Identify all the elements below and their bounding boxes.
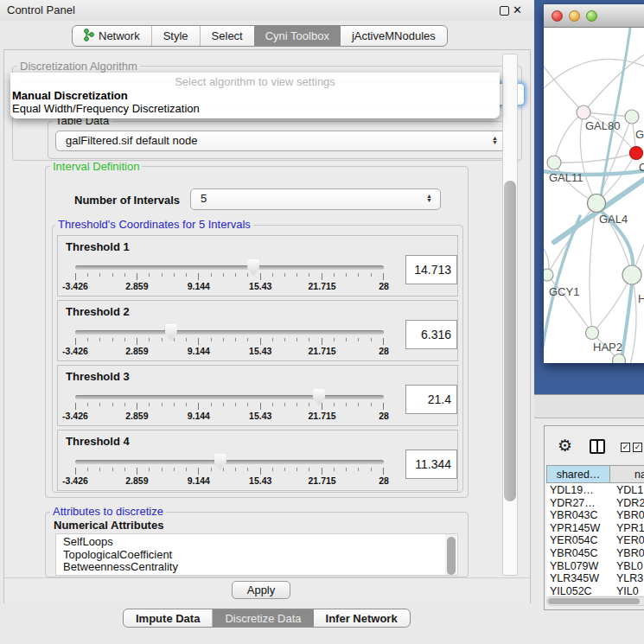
list-item[interactable]: SelfLoops [63, 536, 457, 549]
tab-select[interactable]: Select [201, 26, 254, 46]
checkbox-icon[interactable]: ✓ [633, 443, 642, 452]
column-view-icon[interactable] [590, 439, 605, 454]
float-window-icon[interactable] [500, 6, 509, 16]
cell: YLR3 [610, 572, 644, 585]
table-row[interactable]: YER054C YER0 [546, 534, 644, 547]
cell: YBR043C [546, 509, 610, 522]
threshold-value-field[interactable]: 21.4 [405, 385, 457, 414]
threshold-slider-track[interactable] [75, 330, 384, 335]
number-of-intervals-select[interactable]: ▲▼ [190, 188, 441, 210]
desktop-background: GAL80 G C GAL11 GAL4 GCY1 H HAP2 [534, 0, 644, 394]
threshold-value-field[interactable]: 14.713 [405, 255, 457, 284]
close-icon[interactable]: ✕ [513, 3, 522, 16]
node-label: G [635, 128, 644, 141]
dropdown-option-equal-width-frequency[interactable]: Equal Width/Frequency Discretization [12, 102, 200, 115]
list-item[interactable]: TopologicalCoefficient [63, 549, 457, 562]
table-panel-titlebar: Table Panel [534, 394, 644, 418]
list-item[interactable]: BetweennessCentrality [63, 561, 457, 574]
node-table: shared… na YDL19… YDL1 YDR27… YDR2 YBR04… [546, 465, 644, 596]
cell: YBL079W [546, 560, 610, 573]
cell: YBL0 [610, 560, 644, 573]
threshold-value-field[interactable]: 11.344 [405, 450, 457, 479]
threshold-label: Threshold 2 [66, 305, 130, 318]
table-row[interactable]: YBR045C YBR0 [546, 547, 644, 560]
tab-impute-data[interactable]: Impute Data [124, 609, 213, 627]
node-label: GAL80 [585, 119, 620, 132]
table-hscrollbar-thumb[interactable] [548, 598, 640, 604]
tick-label: 21.715 [309, 346, 336, 356]
network-window-titlebar [544, 4, 644, 28]
dropdown-option-manual-discretization[interactable]: Manual Discretization [12, 89, 128, 102]
tick-label: 9.144 [188, 346, 210, 356]
threshold-slider-track[interactable] [75, 265, 384, 270]
threshold-slider-track[interactable] [75, 460, 384, 464]
tab-cyni-toolbox[interactable]: Cyni Toolbox [254, 26, 341, 46]
attributes-group-title: Attributes to discretize [50, 506, 166, 518]
tab-network[interactable]: Network [73, 26, 152, 46]
network-canvas[interactable]: GAL80 G C GAL11 GAL4 GCY1 H HAP2 [544, 28, 644, 363]
node-label: GAL4 [599, 213, 628, 226]
thresholds-group-title: Threshold's Coordinates for 5 Intervals [55, 219, 253, 231]
column-header-name[interactable]: na [610, 465, 644, 483]
tick-label: 15.43 [249, 346, 271, 356]
close-traffic-light[interactable] [552, 10, 563, 22]
cell: YDL19… [546, 484, 610, 497]
tab-label: Cyni Toolbox [265, 29, 329, 42]
slider-ticks [75, 273, 384, 281]
column-header-shared-name[interactable]: shared… [546, 465, 610, 483]
threshold-4-panel: Threshold 4 -3.426 2.859 9.144 15.43 21.… [57, 430, 458, 491]
cell: YBR0 [610, 547, 644, 560]
right-region: GAL80 G C GAL11 GAL4 GCY1 H HAP2 Table P… [534, 0, 644, 644]
zoom-traffic-light[interactable] [586, 10, 597, 22]
tab-infer-network[interactable]: Infer Network [314, 609, 410, 627]
tick-label: 2.859 [125, 281, 148, 291]
tick-label: 15.43 [249, 281, 271, 291]
table-row[interactable]: YDL19… YDL1 [546, 484, 644, 497]
tab-label: Discretize Data [225, 612, 301, 625]
minimize-traffic-light[interactable] [569, 10, 580, 22]
table-row[interactable]: YLR345W YLR3 [546, 572, 644, 585]
apply-button[interactable]: Apply [232, 581, 290, 599]
tab-style[interactable]: Style [152, 26, 201, 46]
tab-discretize-data[interactable]: Discretize Data [213, 609, 313, 627]
numerical-attributes-label: Numerical Attributes [54, 519, 163, 532]
slider-ticks [75, 338, 384, 346]
table-row[interactable]: YIL052C YIL0 [546, 585, 644, 596]
tick-label: 21.715 [309, 411, 336, 421]
threshold-slider-track[interactable] [75, 395, 384, 399]
threshold-label: Threshold 1 [66, 240, 130, 253]
control-panel-titlebar: Control Panel ✕ [0, 0, 534, 21]
node-label: GAL11 [549, 171, 583, 184]
tab-jactivemnodules[interactable]: jActiveMNodules [341, 26, 447, 46]
tick-label: -3.426 [62, 346, 88, 356]
tick-label: 9.144 [188, 281, 210, 291]
tick-label: 15.43 [249, 411, 271, 421]
table-row[interactable]: YBL079W YBL0 [546, 560, 644, 573]
cell: YPR145W [546, 522, 610, 535]
combo-stepper-icon: ▲▼ [492, 136, 498, 144]
tick-label: 2.859 [125, 346, 148, 356]
table-data-selected-value: galFiltered.sif default node [66, 134, 197, 147]
table-row[interactable]: YBR043C YBR0 [546, 509, 644, 522]
threshold-value-field[interactable]: 6.316 [405, 320, 457, 349]
slider-scale-labels: -3.426 2.859 9.144 15.43 21.715 28 [75, 281, 384, 291]
table-header-row: shared… na [546, 465, 644, 483]
top-tab-bar: Network Style Select Cyni Toolbox jActiv… [72, 25, 448, 47]
tick-label: 2.859 [125, 475, 148, 486]
tick-label: 2.859 [125, 411, 148, 421]
gear-icon[interactable]: ⚙ [558, 437, 572, 454]
list-scrollbar-thumb[interactable] [447, 537, 456, 575]
network-icon [84, 29, 94, 44]
panel-title: Control Panel [7, 3, 75, 16]
numerical-attributes-list: SelfLoops TopologicalCoefficient Between… [55, 533, 458, 576]
table-row[interactable]: YDR27… YDR2 [546, 497, 644, 510]
number-of-intervals-value: 5 [201, 192, 207, 205]
table-row[interactable]: YPR145W YPR1 [546, 522, 644, 535]
settings-scrollbar-thumb[interactable] [504, 181, 516, 501]
cell: YDR27… [546, 497, 610, 510]
discretization-algorithm-group-title: Discretization Algorithm [17, 61, 140, 73]
combo-stepper-icon: ▲▼ [426, 194, 432, 202]
tab-label: Infer Network [326, 612, 398, 625]
checkbox-icon[interactable]: ✓ [621, 443, 630, 452]
tick-label: 28 [379, 475, 389, 486]
